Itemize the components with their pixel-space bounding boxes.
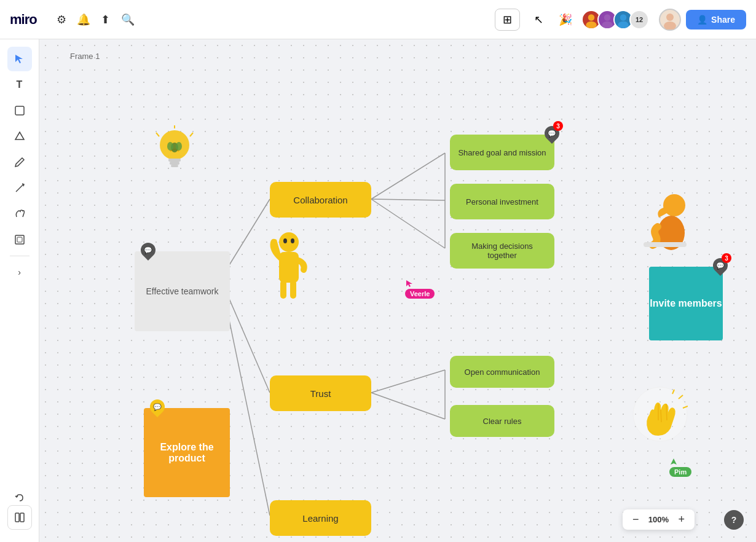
settings-icon[interactable]: ⚙	[52, 10, 71, 29]
svg-point-3	[602, 21, 613, 28]
svg-rect-26	[170, 162, 179, 165]
svg-line-30	[190, 133, 193, 136]
svg-point-6	[666, 14, 674, 21]
help-button[interactable]: ?	[724, 510, 744, 530]
mm-making-decisions[interactable]: Making decisions together	[450, 233, 554, 269]
svg-line-22	[371, 393, 445, 419]
svg-marker-40	[406, 280, 412, 287]
cursor-tool[interactable]	[7, 47, 32, 71]
svg-point-5	[618, 21, 629, 28]
mm-collaboration[interactable]: Collaboration	[270, 182, 371, 218]
hand-draw-tool[interactable]	[7, 202, 32, 226]
cursor-mode-button[interactable]: ↖	[527, 9, 549, 31]
svg-line-18	[371, 199, 445, 200]
svg-rect-10	[15, 235, 24, 244]
zoom-level: 100%	[646, 515, 671, 524]
svg-rect-43	[644, 242, 687, 247]
pen-tool[interactable]	[7, 150, 32, 175]
mm-clear-rules[interactable]: Clear rules	[450, 405, 554, 437]
sticky-note-effective-teamwork[interactable]: 💬 Effective teamwork	[135, 251, 230, 331]
topbar-right: ↖ 🎉 12 👤 Share	[527, 9, 746, 31]
svg-line-28	[156, 133, 159, 136]
mm-trust[interactable]: Trust	[270, 375, 371, 411]
sidebar-panel-area	[0, 505, 39, 530]
canvas[interactable]: Frame 1	[39, 39, 756, 542]
search-icon[interactable]: 🔍	[118, 10, 138, 29]
svg-line-9	[16, 184, 23, 192]
wave-hand-illustration	[632, 387, 688, 444]
line-tool[interactable]	[7, 176, 32, 200]
text-tool[interactable]: T	[7, 73, 32, 97]
zoom-in-button[interactable]: +	[675, 513, 687, 526]
svg-rect-11	[17, 237, 22, 242]
cursor-veerle: Veerle	[405, 279, 435, 299]
avatar-single[interactable]	[659, 9, 681, 31]
topbar: miro ⚙ 🔔 ⬆ 🔍 ⊞ ↖ 🎉 12 👤 Share	[0, 0, 756, 39]
svg-point-4	[620, 14, 627, 21]
mm-shared-goal[interactable]: 💬 3 Shared goal and mission	[450, 135, 554, 170]
upload-icon[interactable]: ⬆	[96, 10, 116, 29]
svg-marker-48	[671, 458, 677, 465]
svg-rect-38	[280, 280, 286, 299]
svg-point-34	[279, 232, 299, 252]
mm-learning[interactable]: Learning	[270, 500, 371, 536]
lightbulb-illustration	[153, 125, 196, 183]
svg-rect-8	[15, 106, 24, 115]
svg-rect-37	[279, 252, 299, 283]
app-logo[interactable]: miro	[10, 12, 37, 28]
shapes-tool[interactable]	[7, 124, 32, 149]
celebration-button[interactable]: 🎉	[554, 9, 577, 31]
sticky-tool[interactable]	[7, 98, 32, 123]
svg-point-32	[167, 142, 173, 151]
svg-point-33	[176, 142, 182, 151]
svg-rect-25	[168, 159, 181, 162]
zoom-out-button[interactable]: −	[630, 513, 642, 526]
svg-line-17	[371, 153, 445, 199]
mm-open-communication[interactable]: Open communication	[450, 356, 554, 388]
svg-point-36	[291, 238, 294, 243]
sidebar: T ›	[0, 39, 39, 542]
svg-rect-27	[171, 165, 178, 167]
mm-personal-investment[interactable]: Personal investment	[450, 184, 554, 219]
share-button[interactable]: 👤 Share	[686, 10, 746, 29]
frame-label: Frame 1	[70, 52, 100, 61]
thinking-person-illustration	[640, 193, 690, 257]
svg-point-2	[604, 14, 611, 21]
svg-rect-12	[15, 513, 19, 522]
svg-rect-39	[290, 280, 296, 299]
waving-person-illustration	[266, 230, 312, 312]
share-icon: 👤	[697, 15, 707, 25]
more-tools[interactable]: ›	[7, 260, 32, 285]
sticky-note-explore[interactable]: 💬 Explore the product	[144, 408, 230, 497]
svg-point-35	[283, 238, 287, 243]
frame-tool[interactable]	[7, 227, 32, 252]
svg-point-1	[586, 21, 597, 28]
avatar-group: 12	[581, 10, 649, 29]
zoom-controls: − 100% +	[623, 509, 695, 530]
svg-point-0	[588, 14, 595, 21]
panels-button[interactable]	[7, 505, 32, 530]
grid-button[interactable]: ⊞	[495, 9, 520, 31]
sidebar-divider	[10, 256, 30, 256]
teal-note-invite-members[interactable]: 💬 3 Invite members	[649, 267, 723, 340]
svg-line-21	[371, 370, 445, 393]
svg-point-7	[664, 22, 676, 29]
cursor-pim: Pim	[669, 457, 691, 477]
avatar-count[interactable]: 12	[629, 10, 649, 29]
bell-icon[interactable]: 🔔	[74, 10, 93, 29]
svg-rect-13	[20, 513, 24, 522]
svg-line-19	[371, 199, 445, 248]
